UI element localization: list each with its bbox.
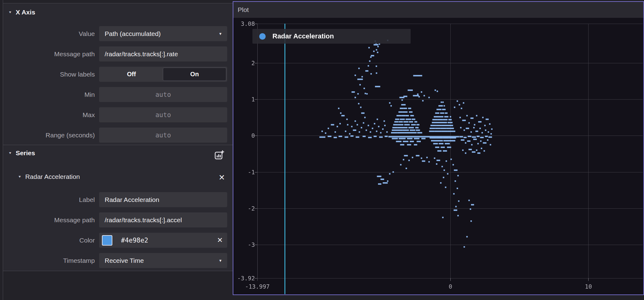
series-label-input[interactable]: Radar Acceleration	[99, 192, 227, 207]
chevron-down-icon: ▼	[219, 32, 222, 36]
min-input[interactable]: auto	[99, 87, 227, 102]
range-label: Range (seconds)	[0, 128, 95, 143]
range-input[interactable]: auto	[99, 128, 227, 143]
chart-region: 3.08210-1-2-3-3.92-13.997010 Radar Accel…	[233, 18, 643, 294]
series-message-path-value: /radar/tracks.tracks[:].accel	[99, 216, 182, 224]
show-labels-row: Show labels Off On	[0, 67, 233, 82]
chevron-down-icon: ▼	[8, 10, 12, 14]
plot-panel-titlebar[interactable]: Plot	[233, 2, 643, 18]
min-label: Min	[0, 87, 95, 102]
x-message-path-row: Message path /radar/tracks.tracks[:].rat…	[0, 46, 233, 61]
series-timestamp-row: Timestamp Receive Time ▼	[0, 253, 233, 268]
show-labels-label: Show labels	[0, 67, 95, 82]
series-color-input[interactable]: #4e98e2 ✕	[99, 233, 227, 248]
x-message-path-value: /radar/tracks.tracks[:].rate	[99, 50, 178, 58]
chevron-down-icon: ▼	[8, 151, 12, 155]
min-placeholder: auto	[155, 91, 171, 98]
chevron-down-icon: ▼	[18, 175, 22, 179]
chart-legend[interactable]: Radar Acceleration	[252, 29, 411, 44]
value-row: Value Path (accumulated) ▼	[0, 26, 233, 41]
series-label-value: Radar Acceleration	[99, 196, 159, 203]
series-message-path-row: Message path /radar/tracks.tracks[:].acc…	[0, 212, 233, 227]
series-section-header[interactable]: ▼ Series	[8, 149, 35, 157]
plot-panel: Plot 3.08210-1-2-3-3.92-13.997010 Radar …	[233, 1, 644, 295]
scatter-canvas[interactable]	[233, 18, 643, 294]
series-section-divider	[3, 145, 233, 145]
add-series-icon	[214, 150, 224, 160]
delete-series-button[interactable]: ✕	[219, 173, 225, 182]
settings-bottom-divider	[3, 271, 233, 271]
series-section-title: Series	[16, 149, 35, 157]
series-message-path-input[interactable]: /radar/tracks.tracks[:].accel	[99, 212, 227, 227]
range-placeholder: auto	[155, 132, 171, 139]
max-placeholder: auto	[155, 111, 171, 119]
show-labels-off-button[interactable]: Off	[100, 68, 163, 81]
x-message-path-input[interactable]: /radar/tracks.tracks[:].rate	[99, 46, 227, 61]
value-dropdown-value: Path (accumulated)	[99, 30, 161, 38]
min-row: Min auto	[0, 87, 233, 102]
bottom-strip	[233, 295, 644, 300]
settings-sidebar: ▼ X Axis Value Path (accumulated) ▼ Mess…	[0, 0, 233, 300]
series-color-value: #4e98e2	[112, 237, 148, 244]
range-row: Range (seconds) auto	[0, 128, 233, 143]
series-label-label: Label	[0, 192, 95, 207]
series-label-row: Label Radar Acceleration	[0, 192, 233, 207]
series-item-name: Radar Acceleration	[25, 173, 80, 180]
timestamp-dropdown[interactable]: Receive Time ▼	[99, 253, 227, 268]
show-labels-on-button[interactable]: On	[163, 68, 226, 81]
add-series-button[interactable]	[214, 150, 224, 160]
clear-color-button[interactable]: ✕	[217, 237, 223, 244]
series-legend-dot-icon	[259, 33, 266, 40]
legend-series-name: Radar Acceleration	[272, 32, 334, 40]
max-label: Max	[0, 107, 95, 122]
value-dropdown[interactable]: Path (accumulated) ▼	[99, 26, 227, 41]
show-labels-toggle: Off On	[99, 67, 227, 82]
max-row: Max auto	[0, 107, 233, 122]
series-message-path-label: Message path	[0, 212, 95, 227]
series-color-row: Color #4e98e2 ✕	[0, 233, 233, 248]
series-item-header[interactable]: ▼ Radar Acceleration	[18, 173, 80, 180]
chevron-down-icon: ▼	[219, 259, 222, 263]
x-message-path-label: Message path	[0, 46, 95, 61]
series-timestamp-label: Timestamp	[0, 253, 95, 268]
series-color-label: Color	[0, 233, 95, 248]
x-axis-section-title: X Axis	[16, 9, 35, 16]
max-input[interactable]: auto	[99, 107, 227, 122]
plot-panel-title: Plot	[238, 6, 249, 14]
timestamp-dropdown-value: Receive Time	[99, 257, 144, 264]
x-axis-section-header[interactable]: ▼ X Axis	[8, 9, 35, 16]
value-label: Value	[0, 26, 95, 41]
color-swatch[interactable]	[102, 235, 112, 246]
